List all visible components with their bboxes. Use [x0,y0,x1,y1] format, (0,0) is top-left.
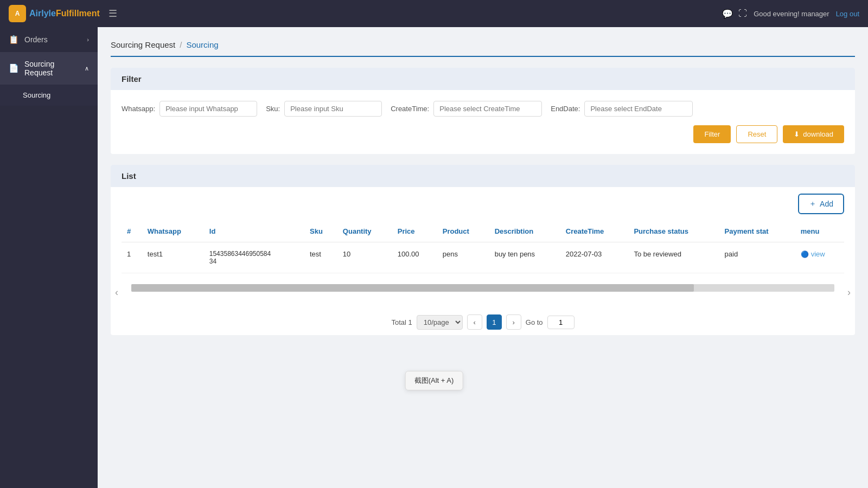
sidebar-item-orders[interactable]: 📋 Orders › [0,27,98,52]
add-button[interactable]: ＋ Add [798,194,844,214]
sidebar-sub-menu: Sourcing [0,85,98,106]
orders-chevron: › [87,36,89,43]
scroll-container: ‹ › [113,284,853,300]
orders-icon: 📋 [9,35,19,44]
list-header-bar: List [111,165,855,187]
cell-sku: test [304,242,337,273]
sku-input[interactable] [284,101,382,117]
list-add-area: ＋ Add [111,187,855,221]
cell-describtion: buy ten pens [489,242,560,273]
breadcrumb-separator: / [180,40,182,49]
filter-button[interactable]: Filter [693,125,731,143]
topbar-right: 💬 ⛶ Good evening! manager Log out [722,9,859,19]
cell-menu: 🔵 view [795,242,844,273]
sku-field: Sku: [266,101,382,117]
scrollbar-thumb[interactable] [131,284,694,292]
page-size-select[interactable]: 10/page [417,315,463,330]
table-wrapper: # Whatsapp Id Sku Quantity Price Product… [111,221,855,284]
sourcing-request-chevron: ∧ [85,65,89,72]
scroll-right-arrow[interactable]: › [845,287,853,298]
createtime-label: CreateTime: [391,105,429,113]
filter-header: Filter [111,68,855,90]
page-1-btn[interactable]: 1 [487,314,502,330]
goto-label: Go to [526,318,543,326]
hamburger-menu[interactable]: ☰ [108,8,117,20]
logo-first: Airlyle [29,9,56,18]
cell-payment-stat: paid [719,242,795,273]
sourcing-sub-label: Sourcing [23,91,50,99]
next-page-btn[interactable]: › [506,314,521,330]
scrollbar-track[interactable] [131,284,834,292]
createtime-input[interactable] [433,101,542,117]
sku-label: Sku: [266,105,280,113]
topbar: A AirlyleFulfillment ☰ 💬 ⛶ Good evening!… [0,0,868,27]
screenshot-tooltip: 截图(Alt + A) [405,371,463,390]
topbar-icons: 💬 ⛶ [722,9,747,19]
whatsapp-field: Whatsapp: [122,101,257,117]
col-payment-stat: Payment stat [719,221,795,242]
cell-whatsapp: test1 [142,242,204,273]
goto-input[interactable] [547,316,575,329]
breadcrumb-parent[interactable]: Sourcing Request [111,40,175,49]
layout: 📋 Orders › 📄 Sourcing Request ∧ Sourcing… [0,27,868,488]
whatsapp-input[interactable] [159,101,257,117]
view-label: view [811,250,825,258]
data-table: # Whatsapp Id Sku Quantity Price Product… [122,221,844,273]
greeting-text: Good evening! manager [754,10,829,18]
total-value: 1 [409,318,412,326]
col-id: Id [204,221,304,242]
cell-num: 1 [122,242,142,273]
logo: A AirlyleFulfillment [9,5,100,22]
total-label: Total [391,318,406,326]
col-product: Product [437,221,489,242]
expand-icon[interactable]: ⛶ [738,9,747,19]
createtime-field: CreateTime: [391,101,542,117]
sidebar-sourcing-request-label: Sourcing Request [24,60,85,77]
reset-button[interactable]: Reset [736,125,777,143]
prev-page-btn[interactable]: ‹ [467,314,482,330]
topbar-left: A AirlyleFulfillment ☰ [9,5,117,22]
list-title: List [122,171,136,181]
col-whatsapp: Whatsapp [142,221,204,242]
filter-buttons: Filter Reset ⬇ download [122,125,844,143]
cell-purchase-status: To be reviewed [628,242,719,273]
add-label: Add [820,200,833,208]
sidebar-sub-item-sourcing[interactable]: Sourcing [0,85,98,106]
add-plus-icon: ＋ [809,199,816,209]
breadcrumb: Sourcing Request / Sourcing [111,40,855,57]
col-quantity: Quantity [337,221,392,242]
col-num: # [122,221,142,242]
filter-row: Whatsapp: Sku: CreateTime: EndDate: [122,101,844,117]
chat-icon[interactable]: 💬 [722,9,733,19]
col-purchase-status: Purchase status [628,221,719,242]
logo-second: Fulfillment [56,9,100,18]
col-describtion: Describtion [489,221,560,242]
sidebar-item-sourcing-request[interactable]: 📄 Sourcing Request ∧ [0,52,98,85]
sourcing-request-icon: 📄 [9,63,19,73]
enddate-label: EndDate: [551,105,580,113]
cell-quantity: 10 [337,242,392,273]
cell-price: 100.00 [392,242,437,273]
enddate-input[interactable] [584,101,693,117]
whatsapp-label: Whatsapp: [122,105,155,113]
download-button[interactable]: ⬇ download [783,125,844,143]
col-price: Price [392,221,437,242]
enddate-field: EndDate: [551,101,693,117]
filter-section: Filter Whatsapp: Sku: CreateTime: [111,68,855,154]
breadcrumb-current: Sourcing [186,40,218,49]
sidebar-orders-label: Orders [24,35,48,44]
list-section: List ＋ Add # Whatsapp Id Sku Q [111,165,855,335]
logout-button[interactable]: Log out [836,10,859,18]
pagination: Total 1 10/page ‹ 1 › Go to [111,309,855,335]
view-link[interactable]: 🔵 view [801,250,839,258]
table-header: # Whatsapp Id Sku Quantity Price Product… [122,221,844,242]
cell-createtime: 2022-07-03 [560,242,629,273]
main-content: Sourcing Request / Sourcing Filter Whats… [98,27,868,488]
col-menu: menu [795,221,844,242]
cell-product: pens [437,242,489,273]
scroll-left-arrow[interactable]: ‹ [113,287,120,298]
col-sku: Sku [304,221,337,242]
table-row: 1 test1 1543586344695058434 test 10 100.… [122,242,844,273]
logo-text: AirlyleFulfillment [29,9,100,18]
download-label: download [803,130,833,138]
